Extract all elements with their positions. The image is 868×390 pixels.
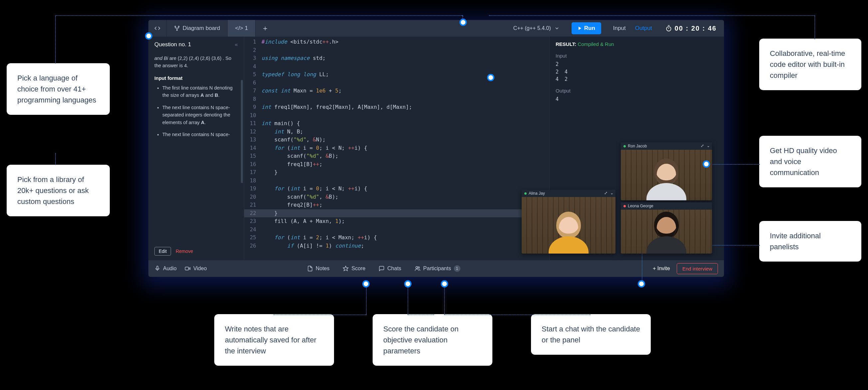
chevron-down-icon [554,26,560,31]
marker-chats [441,280,448,288]
output-label: Output [556,88,718,93]
question-bullets: The first line contains N denoting the s… [154,84,238,139]
topbar: Diagram board </> 1 ＋ C++ (g++ 5.4.0) Ru… [148,20,724,37]
svg-point-10 [418,267,420,269]
code-editor[interactable]: 1234567891011121314151617181920212223242… [244,37,549,260]
callout-video-quality: Get HD quality video and voice communica… [759,136,861,187]
marker-leftpanel [145,32,152,39]
expand-icon[interactable]: ⤢ [701,143,704,148]
tab-diagram-label: Diagram board [183,25,220,32]
marker-video [703,160,710,168]
audio-toggle[interactable]: Audio [154,266,177,272]
svg-point-4 [666,27,671,31]
end-interview-button[interactable]: End interview [677,263,718,274]
callout-editor: Collaborative, real-time code editor wit… [759,39,861,90]
svg-rect-6 [185,267,189,270]
video-name-1: Alina Jay [529,191,545,196]
svg-marker-8 [343,266,348,271]
svg-rect-5 [157,266,158,269]
video-name-3: Leona George [628,204,653,208]
question-bullet: The next line contains N space-separated… [162,104,238,126]
svg-point-2 [177,30,178,31]
video-name-2: Ron Jacob [628,144,647,148]
expand-icon[interactable]: ⤢ [604,191,608,195]
callout-chats: Start a chat with the candidate or the p… [531,314,651,355]
callout-score: Score the candidate on objective evaluat… [373,314,492,366]
edit-button[interactable]: Edit [154,247,171,256]
scrollbar[interactable] [241,80,243,183]
invite-button[interactable]: + Invite [653,266,670,272]
collapse-icon[interactable]: « [235,41,238,48]
question-title: Question no. 1 [154,41,191,48]
people-icon [414,266,421,272]
output-block: 4 [556,95,718,103]
result-status: Compiled & Run [578,41,614,47]
video-label: Video [193,266,207,272]
chat-icon [379,266,384,272]
svg-point-9 [416,267,418,269]
svg-point-0 [175,26,176,27]
marker-invite [638,280,645,288]
participants-button[interactable]: Participants 1 [414,265,460,272]
chats-label: Chats [387,266,401,272]
add-tab-button[interactable]: ＋ [255,23,275,33]
callout-invite: Invite additional panelists [759,221,861,262]
chevron-down-icon[interactable]: ⌄ [610,191,614,195]
star-icon [343,266,349,272]
io-tab-input[interactable]: Input [613,25,626,32]
language-select[interactable]: C++ (g++ 5.4.0) [507,25,565,31]
tab-code-label: </> 1 [235,25,248,32]
result-label: RESULT: [556,41,576,47]
bottombar: Audio Video Notes Score Chats Participan… [148,260,724,277]
participants-label: Participants [423,266,451,272]
marker-notes [362,280,370,288]
timer: 00 : 20 : 46 [658,25,724,32]
camera-icon [185,266,191,272]
score-button[interactable]: Score [343,265,365,272]
marker-score [404,280,411,288]
svg-marker-3 [579,27,581,30]
callout-language: Pick a language of choice from over 41+ … [7,63,110,115]
marker-editor [487,74,494,81]
video-thumb-alina[interactable]: Alina Jay ⤢⌄ [522,190,616,253]
video-thumb-ron[interactable]: Ron Jacob ⤢⌄ [621,143,712,200]
tab-code-1[interactable]: </> 1 [227,20,255,37]
run-button[interactable]: Run [571,22,601,34]
question-bullet: The first line contains N denoting the s… [162,84,238,99]
language-label: C++ (g++ 5.4.0) [513,25,551,31]
svg-point-1 [178,26,179,27]
input-label: Input [556,53,718,59]
play-icon [578,26,582,31]
participants-count: 1 [454,265,460,272]
timer-value: 00 : 20 : 46 [675,25,717,32]
callout-question-lib: Pick from a library of 20k+ questions or… [7,165,110,216]
notes-icon [307,266,313,272]
run-label: Run [584,25,595,32]
chats-button[interactable]: Chats [379,265,401,272]
io-tabs: Input Output [607,25,658,32]
io-tab-output[interactable]: Output [635,25,652,32]
chevron-down-icon[interactable]: ⌄ [707,143,710,148]
remove-link[interactable]: Remove [176,248,193,254]
video-thumb-leona[interactable]: Leona George [621,202,712,253]
marker-language [460,19,467,26]
question-desc: and Bi are (2,2) (2,4) (2,6) (3,6) . So … [154,55,238,69]
mic-icon [154,266,160,272]
question-bullet: The next line contains N space- [162,131,238,138]
score-label: Score [351,266,365,272]
video-toggle[interactable]: Video [185,266,207,272]
notes-label: Notes [316,266,330,272]
callout-notes: Write notes that are automatically saved… [214,314,334,366]
question-panel: Question no. 1 « and Bi are (2,2) (2,4) … [148,37,244,260]
input-format-heading: Input format [154,76,238,81]
input-block: 2 2 4 4 2 [556,61,718,83]
code-content[interactable]: #include <bits/stdc++.h> using namespace… [259,37,549,260]
tab-diagram-board[interactable]: Diagram board [167,20,227,37]
line-gutter: 1234567891011121314151617181920212223242… [244,37,259,260]
notes-button[interactable]: Notes [307,265,330,272]
stopwatch-icon [665,25,672,32]
audio-label: Audio [163,266,177,272]
